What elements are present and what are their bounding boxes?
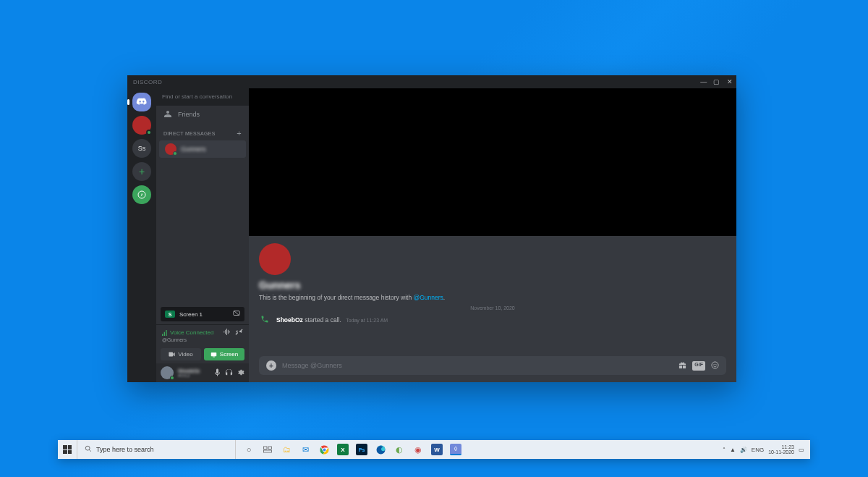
user-panel: ShoebOz #0012 xyxy=(156,363,249,382)
channel-name: Gunners xyxy=(259,279,726,291)
svg-rect-16 xyxy=(264,450,272,452)
friends-button[interactable]: Friends xyxy=(156,106,249,123)
excel-icon[interactable]: X xyxy=(337,444,349,455)
tray-network-icon[interactable]: ▲ xyxy=(730,447,736,453)
channel-sidebar: Find or start a conversation Friends DIR… xyxy=(156,88,249,382)
search-input[interactable]: Find or start a conversation xyxy=(156,88,249,106)
compass-icon xyxy=(137,190,146,199)
screen-share-panel: S Screen 1 xyxy=(161,307,244,321)
signal-icon xyxy=(162,330,168,336)
close-button[interactable]: ✕ xyxy=(726,78,733,85)
minimize-button[interactable]: — xyxy=(700,78,707,85)
edge-icon[interactable] xyxy=(375,444,386,455)
chrome-icon[interactable] xyxy=(318,444,330,455)
server-rail: Ss + xyxy=(127,88,156,382)
settings-button[interactable] xyxy=(237,368,244,378)
screen-share-label: Screen 1 xyxy=(179,311,203,318)
call-user: ShoebOz xyxy=(276,316,303,324)
date-divider: November 10, 2020 xyxy=(259,305,726,311)
video-icon xyxy=(169,352,175,357)
screen-thumb-icon: S xyxy=(165,311,175,318)
taskbar-search[interactable]: Type here to search xyxy=(77,440,236,459)
call-action-row: Video Screen xyxy=(156,345,249,363)
video-button[interactable]: Video xyxy=(161,348,201,360)
app-icon-1[interactable]: ◐ xyxy=(393,444,405,455)
gif-button[interactable]: GIF xyxy=(692,361,705,371)
start-button[interactable] xyxy=(58,445,77,454)
tray-chevron-icon[interactable]: ˄ xyxy=(723,447,726,453)
explore-servers-button[interactable] xyxy=(132,185,151,204)
svg-line-2 xyxy=(234,311,239,316)
screen-button[interactable]: Screen xyxy=(204,348,244,360)
home-button[interactable] xyxy=(132,93,151,111)
svg-rect-3 xyxy=(162,334,163,336)
add-server-button[interactable]: + xyxy=(132,162,151,181)
attach-button[interactable]: + xyxy=(266,360,276,371)
svg-rect-8 xyxy=(213,356,215,357)
tray-language[interactable]: ENG xyxy=(752,447,764,453)
discord-taskbar-icon[interactable]: ◊ xyxy=(450,444,461,455)
noise-suppression-button[interactable] xyxy=(223,328,231,337)
dm-avatar xyxy=(165,143,176,155)
svg-line-13 xyxy=(89,449,91,452)
mail-icon[interactable]: ✉ xyxy=(299,444,311,455)
phone-icon xyxy=(259,315,271,325)
tray-volume-icon[interactable]: 🔊 xyxy=(740,447,747,453)
discord-logo-icon xyxy=(136,98,148,106)
video-stage[interactable] xyxy=(249,88,736,236)
dm-item[interactable]: Gunners xyxy=(159,140,246,158)
svg-point-10 xyxy=(714,363,715,364)
pinned-apps: ○ 🗂 ✉ X Ps ◐ ◉ W ◊ xyxy=(236,444,469,455)
voice-status: Voice Connected @Gunners xyxy=(156,324,249,345)
maximize-button[interactable]: ▢ xyxy=(713,78,720,85)
user-info: ShoebOz #0012 xyxy=(178,368,200,378)
friends-label: Friends xyxy=(178,111,200,118)
voice-channel-name: @Gunners xyxy=(162,337,243,342)
friends-icon xyxy=(163,110,172,119)
create-dm-button[interactable]: + xyxy=(237,129,242,138)
screen-icon xyxy=(210,352,217,358)
taskbar: Type here to search ○ 🗂 ✉ X Ps ◐ ◉ W ◊ ˄… xyxy=(58,440,810,459)
call-message: ShoebOz started a call. Today at 11:23 A… xyxy=(259,313,726,326)
tray-notifications-icon[interactable]: ▭ xyxy=(799,447,804,453)
messages-area: Gunners This is the beginning of your di… xyxy=(249,236,736,352)
history-intro: This is the beginning of your direct mes… xyxy=(259,294,726,301)
titlebar: DISCORD — ▢ ✕ xyxy=(127,75,736,88)
user-avatar[interactable] xyxy=(161,366,174,379)
svg-point-9 xyxy=(712,361,718,368)
disconnect-button[interactable] xyxy=(235,328,243,337)
call-action: started a call. xyxy=(305,316,341,324)
dm-header: DIRECT MESSAGES + xyxy=(156,123,249,140)
svg-rect-6 xyxy=(169,353,174,357)
server-2[interactable]: Ss xyxy=(132,139,151,158)
voice-connected-label: Voice Connected xyxy=(162,329,214,336)
gift-button[interactable] xyxy=(678,361,686,371)
photoshop-icon[interactable]: Ps xyxy=(356,444,367,455)
system-tray: ˄ ▲ 🔊 ENG 11:23 10-11-2020 ▭ xyxy=(717,444,810,455)
server-1[interactable] xyxy=(132,116,151,135)
stop-stream-button[interactable] xyxy=(233,310,240,318)
svg-rect-14 xyxy=(264,447,268,449)
message-composer[interactable]: + Message @Gunners GIF xyxy=(259,356,726,375)
svg-rect-4 xyxy=(164,332,165,335)
app-icon-2[interactable]: ◉ xyxy=(412,444,424,455)
app-body: Ss + Find or start a conversation Friend… xyxy=(127,88,736,382)
cortana-button[interactable]: ○ xyxy=(243,444,255,455)
mute-button[interactable] xyxy=(214,368,221,378)
svg-rect-7 xyxy=(211,353,217,356)
svg-rect-5 xyxy=(166,330,166,336)
task-view-button[interactable] xyxy=(262,444,273,455)
discord-window: DISCORD — ▢ ✕ Ss + Find or start a conve… xyxy=(127,75,736,382)
window-controls: — ▢ ✕ xyxy=(700,78,733,85)
svg-point-11 xyxy=(715,363,716,364)
call-time: Today at 11:23 AM xyxy=(346,318,388,323)
deafen-button[interactable] xyxy=(225,368,233,378)
tray-clock[interactable]: 11:23 10-11-2020 xyxy=(768,444,794,455)
svg-rect-15 xyxy=(268,447,272,449)
window-title: DISCORD xyxy=(133,79,162,85)
search-icon xyxy=(85,445,92,454)
search-placeholder: Type here to search xyxy=(96,446,154,453)
word-icon[interactable]: W xyxy=(431,444,443,455)
emoji-button[interactable] xyxy=(711,361,719,371)
file-explorer-icon[interactable]: 🗂 xyxy=(281,444,292,455)
